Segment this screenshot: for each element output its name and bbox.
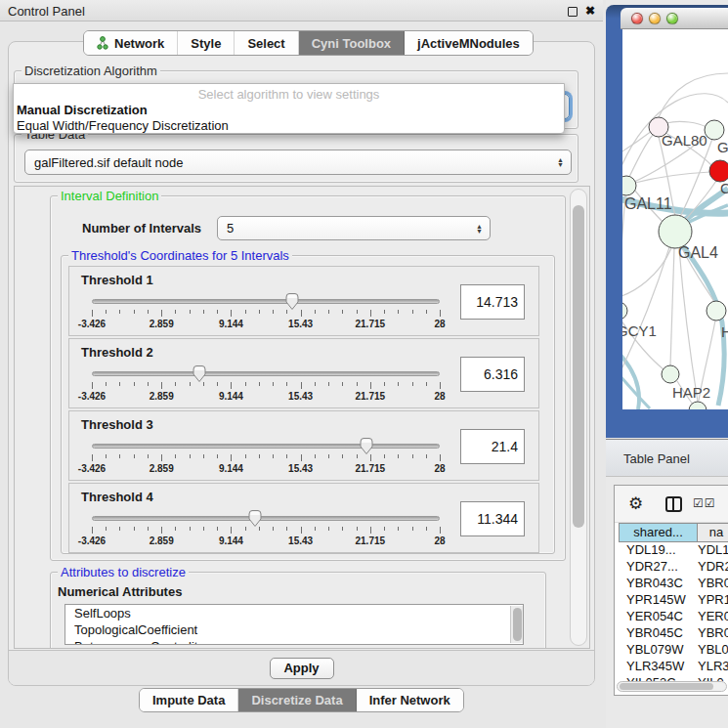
column-header-1[interactable]: shared... [619, 523, 698, 542]
table-row[interactable]: YLR345WYLR3 [615, 659, 728, 675]
split-columns-icon[interactable] [665, 496, 682, 512]
minor-tick [398, 310, 399, 314]
minor-tick [106, 382, 107, 386]
column-header-2[interactable]: na [697, 523, 728, 542]
network-edge[interactable] [666, 121, 707, 127]
bottom-tab-discretize-data[interactable]: Discretize Data [238, 689, 356, 711]
dropdown-option-manual-discretization[interactable]: Manual Discretization [17, 103, 561, 118]
threshold-slider-track[interactable] [92, 516, 440, 521]
network-edge[interactable] [622, 247, 669, 377]
tab-network[interactable]: Network [84, 31, 178, 55]
minor-tick [342, 382, 343, 386]
network-node-gcy1[interactable] [622, 302, 627, 320]
minor-tick [315, 454, 316, 458]
network-edge[interactable] [670, 248, 674, 365]
table-row[interactable]: YBR043CYBR0 [615, 576, 728, 592]
minor-tick [384, 382, 385, 386]
table-row[interactable]: YDR27...YDR2 [615, 559, 728, 576]
control-panel-titlebar: Control Panel ✖ [0, 0, 603, 21]
float-window-icon[interactable] [568, 7, 578, 17]
threshold-slider-track[interactable] [92, 444, 440, 449]
attributes-scrollbar[interactable] [510, 606, 523, 643]
cell-shared-name: YDR27... [615, 559, 694, 576]
minimize-light-icon[interactable] [649, 13, 661, 24]
zoom-light-icon[interactable] [666, 13, 678, 24]
network-window[interactable]: GAL80GACGAL11GAL4GCY1HHAP2 [606, 5, 728, 438]
minor-tick [203, 527, 204, 531]
threshold-slider-thumb[interactable] [359, 437, 374, 458]
tab-cyni-toolbox[interactable]: Cyni Toolbox [299, 31, 405, 55]
table-row[interactable]: YBL079WYBL0 [615, 642, 728, 659]
number-of-intervals-combobox[interactable]: 5 ▲▼ [217, 216, 491, 240]
attribute-item[interactable]: SelfLoops [65, 605, 523, 621]
bottom-tab-impute-data[interactable]: Impute Data [140, 689, 238, 711]
scrollbar-thumb[interactable] [620, 683, 713, 690]
network-canvas[interactable]: GAL80GACGAL11GAL4GCY1HHAP2 [622, 29, 728, 409]
minor-tick [148, 382, 149, 386]
table-rows: YDL19...YDL1YDR27...YDR2YBR043CYBR0YPR14… [615, 542, 728, 681]
bottom-tab-infer-network[interactable]: Infer Network [357, 689, 463, 711]
network-edge[interactable] [629, 133, 655, 177]
major-tick [231, 454, 232, 461]
threshold-value-field[interactable]: 6.316 [460, 357, 525, 392]
dropdown-option-equal-width[interactable]: Equal Width/Frequency Discretization [17, 118, 561, 134]
minor-tick [328, 454, 329, 458]
table-row[interactable]: YPR145WYPR1 [615, 592, 728, 609]
table-row[interactable]: YER054CYER0 [615, 609, 728, 625]
attribute-item[interactable]: TopologicalCoefficient [65, 621, 523, 638]
network-node-h[interactable] [707, 301, 726, 321]
threshold-value-field[interactable]: 14.713 [460, 284, 525, 320]
thresholds-group-title: Threshold's Coordinates for 5 Intervals [68, 248, 292, 263]
table-header-row: shared...na [615, 523, 728, 542]
minor-tick [217, 382, 218, 386]
apply-button[interactable]: Apply [270, 658, 334, 679]
threshold-slider-track[interactable] [92, 299, 440, 304]
threshold-slider-thumb[interactable] [192, 364, 207, 386]
tick-label: 2.859 [150, 535, 174, 546]
minor-tick [273, 310, 274, 314]
tick-label: 28 [434, 391, 445, 402]
network-node-c[interactable] [709, 160, 728, 182]
minor-tick [273, 454, 274, 458]
minor-tick [175, 310, 176, 314]
minor-tick [217, 454, 218, 458]
table-row[interactable]: YDL19...YDL1 [615, 542, 728, 559]
scrollbar-thumb[interactable] [573, 205, 584, 528]
minor-tick [106, 454, 107, 458]
tab-style[interactable]: Style [178, 31, 235, 55]
gear-icon[interactable]: ⚙ [628, 493, 643, 514]
tab-jactivemnodules[interactable]: jActiveMNodules [405, 31, 533, 55]
network-node-gal11[interactable] [622, 176, 636, 195]
network-edge[interactable] [622, 248, 671, 297]
right-region: GAL80GACGAL11GAL4GCY1HHAP2 Table Panel ⚙… [606, 0, 728, 728]
minor-tick [148, 310, 149, 314]
attribute-item[interactable]: BetweennessCentrality [65, 638, 523, 645]
minor-tick [203, 454, 204, 458]
table-panel-toolbar: ⚙ ☑☑ [615, 486, 728, 523]
table-horizontal-scrollbar[interactable] [617, 681, 727, 692]
minor-tick [106, 310, 107, 314]
threshold-value-field[interactable]: 11.344 [460, 501, 525, 536]
network-window-titlebar[interactable] [621, 8, 728, 29]
network-edge-highlighted[interactable] [679, 240, 724, 406]
tab-select[interactable]: Select [235, 31, 298, 55]
network-node-gal4[interactable] [659, 215, 692, 248]
network-node-hap2[interactable] [662, 365, 679, 383]
tick-label: -3.426 [78, 319, 106, 329]
close-light-icon[interactable] [631, 13, 643, 24]
network-node-ga[interactable] [705, 120, 724, 140]
threshold-value-field[interactable]: 21.4 [460, 429, 525, 464]
numerical-attributes-list[interactable]: SelfLoopsTopologicalCoefficientBetweenne… [64, 604, 524, 645]
table-data-combobox[interactable]: galFiltered.sif default node ▲▼ [24, 150, 572, 175]
cell-name: YBL0 [694, 642, 728, 659]
threshold-slider-thumb[interactable] [284, 292, 300, 314]
threshold-slider-thumb[interactable] [247, 509, 263, 531]
checked-box-icon[interactable]: ☑☑ [693, 496, 716, 510]
major-tick [440, 310, 441, 317]
table-row[interactable]: YBR045CYBR0 [615, 625, 728, 642]
close-icon[interactable]: ✖ [583, 3, 597, 19]
minor-tick [273, 527, 274, 531]
threshold-slider-track[interactable] [92, 371, 440, 376]
settings-vertical-scrollbar[interactable] [570, 189, 587, 646]
threshold-box-1: Threshold 1-3.4262.8599.14415.4321.71528… [68, 266, 539, 336]
